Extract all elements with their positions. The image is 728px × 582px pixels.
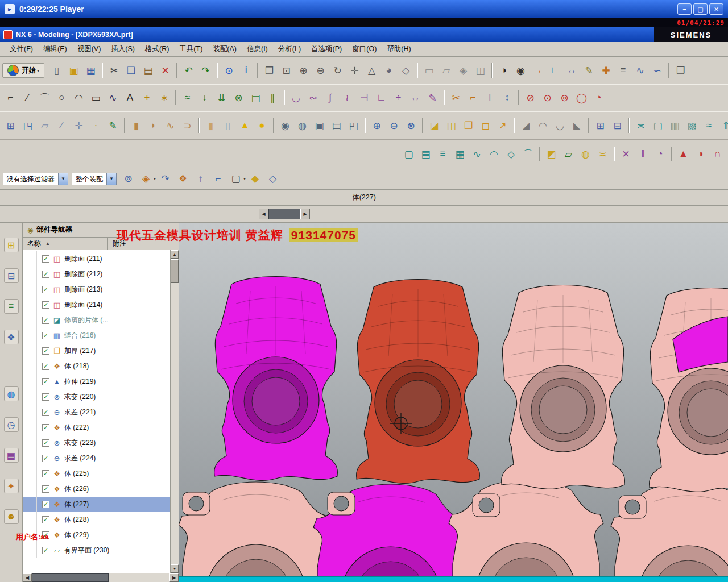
process-studio-icon[interactable]: ▤ — [4, 448, 19, 463]
feature-checkbox[interactable]: ✓ — [42, 424, 49, 431]
feature-row[interactable]: ✓❐加厚 (217) — [23, 343, 170, 359]
mirror-feature-icon[interactable]: ⊟ — [609, 118, 626, 134]
zoom-out-icon[interactable]: ⊖ — [312, 63, 329, 79]
feature-row[interactable]: ✓◪修剪的片体 (... — [23, 313, 170, 328]
project-curve-icon[interactable]: ↓ — [196, 90, 213, 106]
menu-item-preferences[interactable]: 首选项(P) — [306, 43, 347, 56]
cylinder-icon[interactable]: ▯ — [220, 118, 236, 134]
delete-icon[interactable]: ✕ — [157, 63, 173, 79]
scroll-right-icon[interactable]: ▶ — [300, 209, 310, 219]
window-cascade-icon[interactable]: ❐ — [672, 63, 689, 79]
shaded-view-icon[interactable]: ◕ — [380, 63, 397, 79]
start-button[interactable]: 开始 ▾ — [2, 63, 44, 78]
bridge-curve-icon[interactable]: ◡ — [288, 90, 304, 106]
concentric-circle-icon[interactable]: ⊚ — [556, 90, 573, 106]
arc-icon[interactable]: ⌒ — [36, 90, 53, 106]
scroll-down-icon[interactable]: ▼ — [171, 564, 179, 573]
split-view-icon[interactable]: ◳ — [19, 118, 36, 134]
feature-row[interactable]: ✓❖体 (222) — [23, 420, 170, 435]
feature-row[interactable]: ✓⊖求差 (221) — [23, 405, 170, 420]
extrude-icon[interactable]: ▮ — [128, 118, 144, 134]
bolt-hole-1[interactable] — [183, 492, 210, 515]
trim-corner-icon[interactable]: ∟ — [373, 90, 390, 106]
datum-axis-icon[interactable]: ∕ — [53, 118, 70, 134]
n-sided-surface-icon[interactable]: ◇ — [503, 146, 519, 163]
combined-projection-icon[interactable]: ⇊ — [213, 90, 230, 106]
face-analysis-icon[interactable]: ▲ — [675, 146, 692, 163]
through-curves-icon[interactable]: ≡ — [435, 146, 451, 163]
feature-checkbox[interactable]: ✓ — [42, 470, 49, 477]
feature-checkbox[interactable]: ✓ — [42, 317, 49, 324]
menu-item-information[interactable]: 信息(I) — [242, 43, 273, 56]
smooth-spline-icon[interactable]: ≀ — [339, 90, 355, 106]
wireframe-view-icon[interactable]: ◇ — [398, 63, 414, 79]
scrollbar-thumb[interactable] — [268, 209, 300, 219]
model-part-magenta[interactable] — [214, 277, 338, 481]
scroll-left-icon[interactable]: ◀ — [259, 209, 268, 219]
sketch-icon[interactable]: ✎ — [105, 118, 121, 134]
chamfer-icon[interactable]: ◣ — [569, 118, 585, 134]
datum-plane-icon[interactable]: ▱ — [36, 118, 53, 134]
profile-icon[interactable]: ⌐ — [2, 90, 19, 106]
promote-body-icon[interactable]: ⇑ — [718, 118, 728, 134]
trimmed-sheet-icon[interactable]: ◩ — [543, 146, 560, 163]
trim-body-icon[interactable]: ◪ — [426, 118, 442, 134]
feature-row[interactable]: ✓❖体 (227) — [23, 497, 170, 512]
make-corner-icon[interactable]: ⌐ — [465, 90, 481, 106]
wireframe-body-select-icon[interactable]: ◇ — [264, 171, 281, 187]
bridge-surface-icon[interactable]: ⌒ — [520, 146, 536, 163]
isometric-view-icon[interactable]: ◈ — [455, 63, 471, 79]
cone-icon[interactable]: ▲ — [237, 118, 253, 134]
reflection-analysis-icon[interactable]: ◑ — [692, 146, 709, 163]
spline-tool-icon[interactable]: ∽ — [649, 63, 665, 79]
scrollbar-track[interactable] — [109, 573, 169, 582]
internet-browser-icon[interactable]: ◍ — [4, 386, 19, 401]
selection-scope-dropdown[interactable]: 整个装配 ▼ — [72, 173, 117, 185]
i-form-icon[interactable]: ‖ — [635, 146, 651, 163]
minimize-button[interactable]: – — [677, 3, 692, 15]
menu-item-view[interactable]: 视图(V) — [72, 43, 106, 56]
datum-csys-icon[interactable]: ✛ — [71, 118, 87, 134]
feature-checkbox[interactable]: ✓ — [42, 286, 49, 293]
chevron-down-icon[interactable]: ▾ — [243, 176, 246, 181]
point-set-icon[interactable]: ∗ — [156, 90, 172, 106]
block-icon[interactable]: ▮ — [202, 118, 219, 134]
scrollbar-thumb[interactable] — [171, 259, 179, 283]
full-circle-icon[interactable]: ◯ — [573, 90, 590, 106]
feature-row[interactable]: ✓▱有界平面 (230) — [23, 543, 170, 558]
menu-item-tools[interactable]: 工具(T) — [174, 43, 208, 56]
curve-length-icon[interactable]: ↔ — [407, 90, 424, 106]
menu-item-file[interactable]: 文件(F) — [5, 43, 38, 56]
information-icon[interactable]: i — [238, 63, 254, 79]
join-curve-icon[interactable]: ∾ — [305, 90, 321, 106]
pattern-layout-icon[interactable]: ⊞ — [2, 118, 19, 134]
feature-row[interactable]: ✓◫删除面 (213) — [23, 282, 170, 297]
circle-diameter-icon[interactable]: ⊘ — [522, 90, 539, 106]
chevron-down-icon[interactable]: ▾ — [154, 176, 156, 181]
feature-checkbox[interactable]: ✓ — [42, 363, 49, 370]
feature-row[interactable]: ✓◫删除面 (212) — [23, 267, 170, 282]
subtract-icon[interactable]: ⊖ — [386, 118, 402, 134]
feature-checkbox[interactable]: ✓ — [42, 347, 49, 355]
global-shaping-icon[interactable]: ◔ — [652, 146, 668, 163]
menu-item-edit[interactable]: 编辑(E) — [38, 43, 72, 56]
navigator-horizontal-scrollbar[interactable]: ◀ ▶ — [23, 573, 179, 582]
section-surface-icon[interactable]: ◠ — [486, 146, 502, 163]
model-part-pink-1[interactable] — [502, 285, 625, 489]
tube-icon[interactable]: ⊃ — [179, 118, 196, 134]
wave-link-icon[interactable]: ≈ — [701, 118, 717, 134]
command-finder-icon[interactable]: ⊙ — [221, 63, 237, 79]
rectangle-select-icon[interactable]: ▢ — [228, 171, 244, 187]
model-part-selected[interactable] — [357, 280, 480, 484]
offset-surface-icon[interactable]: ≍ — [632, 118, 649, 134]
feature-row[interactable]: ✓⊖求差 (224) — [23, 451, 170, 466]
circle-icon[interactable]: ○ — [53, 90, 70, 106]
x-form-icon[interactable]: ✕ — [618, 146, 634, 163]
sweep-along-guide-icon[interactable]: ∿ — [162, 118, 179, 134]
four-point-surface-icon[interactable]: ▢ — [400, 146, 417, 163]
through-curve-mesh-icon[interactable]: ▦ — [452, 146, 468, 163]
column-header-name[interactable]: 名称 ▲ — [23, 238, 108, 250]
zoom-in-icon[interactable]: ⊕ — [295, 63, 312, 79]
find-component-icon[interactable]: ⊚ — [120, 171, 136, 187]
rotate-view-icon[interactable]: ↻ — [329, 63, 346, 79]
